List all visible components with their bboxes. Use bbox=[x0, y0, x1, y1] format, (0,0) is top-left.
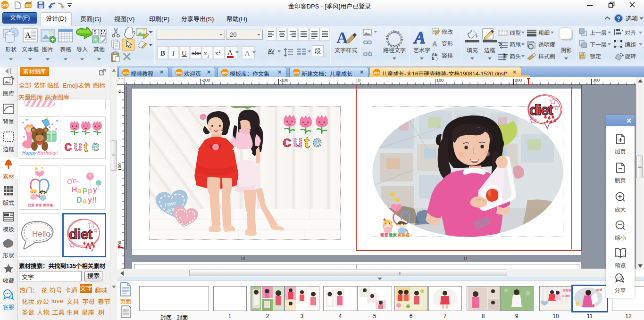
svg-text:200: 200 bbox=[515, 78, 522, 82]
svg-text:H: H bbox=[72, 186, 77, 194]
svg-text:2: 2 bbox=[218, 49, 221, 54]
svg-text:-100: -100 bbox=[280, 78, 288, 82]
svg-text:DPS: DPS bbox=[1, 4, 8, 7]
svg-text:u: u bbox=[74, 138, 82, 154]
svg-text:cute: cute bbox=[562, 294, 570, 298]
svg-text:旋转: 旋转 bbox=[625, 53, 636, 60]
svg-text:DPS: DPS bbox=[293, 72, 299, 74]
svg-text:-200: -200 bbox=[201, 78, 210, 82]
svg-text:填充: 填充 bbox=[467, 47, 478, 54]
svg-text:diet: diet bbox=[596, 288, 602, 291]
svg-text:I: I bbox=[172, 49, 175, 57]
svg-text:100: 100 bbox=[436, 78, 443, 82]
svg-text:Birthday!: Birthday! bbox=[37, 150, 59, 156]
svg-text:粗细: 粗细 bbox=[538, 30, 550, 36]
svg-text:透明度: 透明度 bbox=[538, 41, 555, 48]
svg-text:A: A bbox=[413, 28, 426, 47]
svg-text:阴影: 阴影 bbox=[560, 47, 572, 54]
svg-text:边框: 边框 bbox=[484, 47, 495, 54]
svg-text:我爱 我家 真幸福~: 我爱 我家 真幸福~ bbox=[28, 203, 55, 207]
svg-text:?: ? bbox=[617, 16, 620, 22]
svg-text:修改: 修改 bbox=[442, 29, 453, 35]
svg-text:竖排: 竖排 bbox=[442, 52, 453, 59]
svg-text:DPS: DPS bbox=[176, 72, 182, 74]
svg-text:上一层: 上一层 bbox=[590, 30, 607, 36]
svg-text:b: b bbox=[432, 56, 435, 61]
svg-text:A: A bbox=[227, 49, 233, 56]
svg-text:100: 100 bbox=[117, 164, 122, 171]
svg-text:DPS: DPS bbox=[374, 72, 379, 74]
svg-text:e: e bbox=[92, 138, 100, 154]
svg-text:A: A bbox=[244, 49, 251, 58]
svg-text:线型: 线型 bbox=[510, 30, 521, 36]
svg-text:5: 5 bbox=[94, 30, 97, 35]
svg-text:DPS: DPS bbox=[123, 72, 128, 74]
svg-text:DPS: DPS bbox=[222, 72, 227, 74]
svg-text:A: A bbox=[432, 40, 437, 48]
svg-text:导入: 导入 bbox=[76, 46, 88, 53]
svg-text:下一层: 下一层 bbox=[590, 41, 607, 48]
svg-text:diet: diet bbox=[69, 226, 92, 242]
svg-text:锁定: 锁定 bbox=[590, 53, 601, 60]
svg-text:p: p bbox=[83, 186, 87, 194]
svg-text:p: p bbox=[88, 187, 92, 195]
svg-text:艺术字: 艺术字 bbox=[413, 47, 430, 54]
svg-text:x: x bbox=[204, 49, 207, 57]
svg-text:abcabcabcabcabcab: abcabcabcabcabcab bbox=[385, 29, 404, 49]
svg-text:y!!: y!! bbox=[88, 196, 97, 204]
svg-text:A: A bbox=[25, 31, 31, 40]
svg-text:选项: 选项 bbox=[626, 15, 638, 22]
svg-text:箭头: 箭头 bbox=[510, 53, 521, 60]
svg-text:U: U bbox=[182, 49, 187, 57]
svg-text:文本框: 文本框 bbox=[22, 46, 39, 53]
svg-text:x: x bbox=[215, 49, 218, 57]
svg-text:abe: abe bbox=[192, 50, 201, 57]
svg-text:文字样式: 文字样式 bbox=[335, 47, 357, 54]
svg-text:0: 0 bbox=[358, 78, 360, 82]
svg-text:图片: 图片 bbox=[42, 46, 53, 53]
svg-text:编组: 编组 bbox=[625, 41, 636, 48]
svg-text:Oh,: Oh, bbox=[66, 175, 79, 186]
svg-text:Hello: Hello bbox=[32, 230, 50, 238]
svg-text:D: D bbox=[76, 196, 82, 204]
svg-text:样式刷: 样式刷 bbox=[538, 53, 555, 60]
svg-text:c: c bbox=[64, 138, 72, 154]
svg-text:B: B bbox=[160, 49, 165, 57]
svg-text:对齐: 对齐 bbox=[625, 30, 636, 36]
svg-text:表格: 表格 bbox=[60, 46, 71, 53]
svg-text:其他: 其他 bbox=[93, 46, 105, 53]
svg-text:0: 0 bbox=[117, 90, 122, 93]
svg-text:a: a bbox=[83, 197, 87, 205]
svg-text:y: y bbox=[93, 186, 97, 194]
svg-text:变形: 变形 bbox=[442, 41, 453, 47]
svg-text:形状: 形状 bbox=[5, 46, 17, 53]
svg-text:Happy: Happy bbox=[22, 150, 37, 156]
svg-text:箭尾: 箭尾 bbox=[510, 41, 521, 48]
svg-text:路径文字: 路径文字 bbox=[383, 47, 406, 54]
svg-text:t: t bbox=[84, 139, 88, 155]
svg-text:2: 2 bbox=[207, 54, 209, 58]
svg-text:a: a bbox=[77, 187, 82, 195]
svg-text:300: 300 bbox=[593, 78, 600, 82]
